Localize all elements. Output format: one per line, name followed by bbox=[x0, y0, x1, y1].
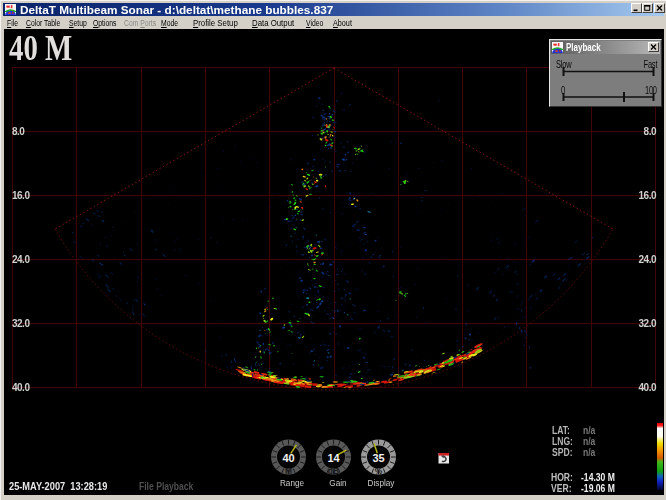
svg-text:40: 40 bbox=[282, 452, 294, 464]
svg-text:%: % bbox=[375, 466, 383, 476]
svg-text:M: M bbox=[285, 466, 292, 476]
svg-text:dB: dB bbox=[328, 466, 339, 476]
svg-text:14: 14 bbox=[327, 452, 340, 464]
svg-text:35: 35 bbox=[372, 452, 384, 464]
